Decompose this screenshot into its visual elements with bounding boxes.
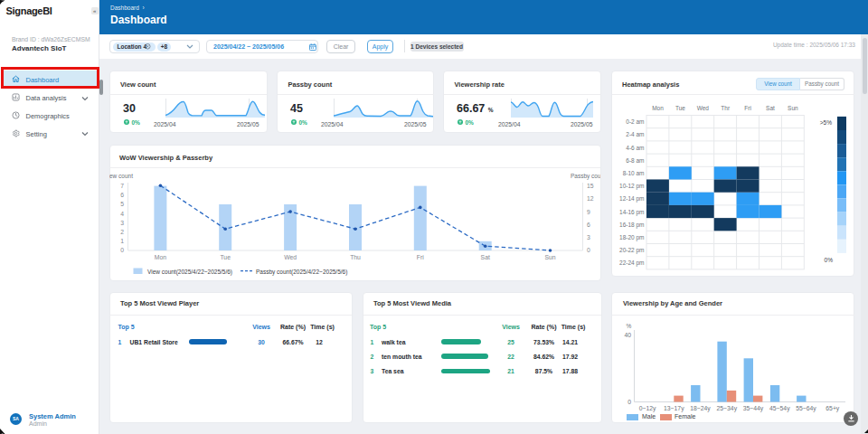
svg-text:8-10 am: 8-10 am: [623, 170, 645, 176]
svg-text:Sun: Sun: [788, 105, 798, 111]
svg-text:65+y: 65+y: [826, 405, 840, 412]
svg-text:Passby count(2025/4/22~2025/5/: Passby count(2025/4/22~2025/5/6): [256, 269, 347, 276]
svg-text:25~34y: 25~34y: [716, 405, 737, 412]
svg-text:6-8 am: 6-8 am: [626, 157, 644, 164]
svg-text:22-24 pm: 22-24 pm: [619, 259, 644, 267]
svg-text:3: 3: [120, 220, 124, 226]
svg-text:%: %: [626, 323, 631, 329]
svg-text:14-16 pm: 14-16 pm: [619, 209, 644, 216]
svg-text:2-4 am: 2-4 am: [626, 131, 644, 137]
svg-text:Fri: Fri: [744, 105, 751, 111]
svg-text:3: 3: [587, 234, 590, 241]
svg-text:20-22 pm: 20-22 pm: [619, 247, 644, 254]
svg-text:55~64y: 55~64y: [796, 405, 816, 412]
svg-text:35~44y: 35~44y: [742, 405, 763, 412]
svg-text:>5%: >5%: [820, 119, 832, 126]
svg-text:0-2 am: 0-2 am: [626, 118, 644, 125]
svg-text:Thr: Thr: [721, 105, 731, 111]
svg-text:12-14 pm: 12-14 pm: [619, 195, 644, 203]
svg-text:2: 2: [120, 229, 124, 235]
svg-text:6: 6: [120, 192, 124, 198]
svg-text:Sat: Sat: [481, 254, 490, 260]
svg-text:0: 0: [627, 399, 631, 405]
svg-text:45~54y: 45~54y: [769, 405, 790, 412]
svg-text:16-18 pm: 16-18 pm: [619, 222, 644, 229]
svg-text:Passby cou: Passby cou: [571, 173, 600, 180]
svg-text:Wed: Wed: [284, 254, 297, 260]
svg-text:7: 7: [120, 183, 124, 189]
svg-text:Sat: Sat: [766, 105, 775, 111]
svg-text:0: 0: [587, 247, 590, 253]
svg-text:10-12 pm: 10-12 pm: [619, 183, 644, 190]
svg-text:Mon: Mon: [652, 105, 664, 111]
svg-text:0~12y: 0~12y: [638, 405, 656, 412]
svg-text:18-20 pm: 18-20 pm: [619, 234, 644, 241]
svg-text:15: 15: [587, 183, 594, 189]
svg-text:Tue: Tue: [675, 105, 685, 111]
svg-text:0: 0: [120, 247, 124, 253]
svg-text:Mon: Mon: [155, 254, 166, 260]
svg-text:5: 5: [120, 201, 124, 207]
svg-text:Sun: Sun: [544, 254, 555, 260]
svg-text:40: 40: [624, 332, 631, 338]
svg-text:4-6 am: 4-6 am: [626, 145, 644, 151]
svg-text:13~17y: 13~17y: [664, 405, 684, 412]
svg-text:9: 9: [587, 209, 590, 215]
svg-text:Wed: Wed: [697, 105, 710, 111]
svg-text:1: 1: [120, 238, 124, 244]
svg-text:6: 6: [587, 222, 590, 228]
svg-text:12: 12: [587, 195, 594, 202]
svg-text:0%: 0%: [825, 257, 834, 263]
svg-text:View count(2025/4/22~2025/5/6): View count(2025/4/22~2025/5/6): [147, 269, 232, 276]
svg-text:Thu: Thu: [350, 254, 361, 260]
svg-text:Tue: Tue: [220, 254, 231, 260]
svg-text:Fri: Fri: [417, 254, 424, 260]
svg-text:18~24y: 18~24y: [690, 405, 711, 412]
svg-text:4: 4: [120, 211, 124, 217]
svg-text:ew count: ew count: [109, 173, 133, 179]
